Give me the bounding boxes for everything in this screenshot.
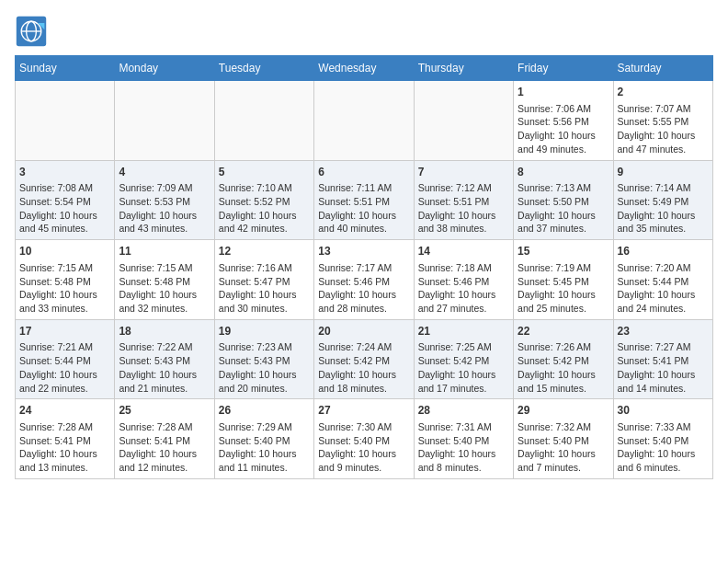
calendar-cell bbox=[314, 81, 414, 161]
day-number: 16 bbox=[618, 244, 709, 259]
calendar-cell: 8Sunrise: 7:13 AM Sunset: 5:50 PM Daylig… bbox=[514, 160, 613, 240]
day-number: 1 bbox=[518, 85, 609, 100]
day-number: 26 bbox=[219, 403, 310, 419]
day-number: 17 bbox=[19, 324, 110, 339]
day-info: Sunrise: 7:12 AM Sunset: 5:51 PM Dayligh… bbox=[418, 181, 509, 236]
day-info: Sunrise: 7:28 AM Sunset: 5:41 PM Dayligh… bbox=[119, 420, 210, 475]
day-number: 3 bbox=[19, 165, 110, 180]
calendar-cell: 30Sunrise: 7:33 AM Sunset: 5:40 PM Dayli… bbox=[613, 399, 712, 479]
day-number: 2 bbox=[618, 85, 709, 100]
calendar-cell: 22Sunrise: 7:26 AM Sunset: 5:42 PM Dayli… bbox=[514, 319, 613, 399]
logo bbox=[15, 15, 51, 48]
calendar-cell: 2Sunrise: 7:07 AM Sunset: 5:55 PM Daylig… bbox=[613, 81, 712, 161]
day-number: 4 bbox=[119, 165, 210, 180]
day-number: 5 bbox=[219, 165, 310, 180]
calendar-cell: 23Sunrise: 7:27 AM Sunset: 5:41 PM Dayli… bbox=[613, 319, 712, 399]
day-number: 29 bbox=[518, 403, 609, 419]
calendar-cell: 1Sunrise: 7:06 AM Sunset: 5:56 PM Daylig… bbox=[514, 81, 613, 161]
day-info: Sunrise: 7:30 AM Sunset: 5:40 PM Dayligh… bbox=[318, 420, 409, 475]
day-number: 24 bbox=[19, 403, 110, 419]
day-info: Sunrise: 7:16 AM Sunset: 5:47 PM Dayligh… bbox=[219, 261, 310, 316]
day-number: 25 bbox=[119, 403, 210, 419]
day-number: 12 bbox=[219, 244, 310, 259]
calendar-cell: 26Sunrise: 7:29 AM Sunset: 5:40 PM Dayli… bbox=[214, 399, 313, 479]
day-info: Sunrise: 7:06 AM Sunset: 5:56 PM Dayligh… bbox=[518, 102, 609, 156]
day-number: 11 bbox=[119, 244, 210, 259]
day-info: Sunrise: 7:32 AM Sunset: 5:40 PM Dayligh… bbox=[518, 420, 609, 475]
calendar-cell: 20Sunrise: 7:24 AM Sunset: 5:42 PM Dayli… bbox=[314, 319, 414, 399]
calendar-cell: 9Sunrise: 7:14 AM Sunset: 5:49 PM Daylig… bbox=[613, 160, 712, 240]
day-number: 27 bbox=[318, 403, 409, 419]
day-number: 7 bbox=[418, 165, 509, 180]
day-info: Sunrise: 7:23 AM Sunset: 5:43 PM Dayligh… bbox=[219, 340, 310, 395]
day-header-thursday: Thursday bbox=[414, 56, 513, 81]
calendar-cell: 15Sunrise: 7:19 AM Sunset: 5:45 PM Dayli… bbox=[514, 240, 613, 320]
calendar-cell: 14Sunrise: 7:18 AM Sunset: 5:46 PM Dayli… bbox=[414, 240, 513, 320]
calendar-cell: 25Sunrise: 7:28 AM Sunset: 5:41 PM Dayli… bbox=[115, 399, 214, 479]
day-info: Sunrise: 7:09 AM Sunset: 5:53 PM Dayligh… bbox=[119, 181, 210, 236]
calendar-week-row: 1Sunrise: 7:06 AM Sunset: 5:56 PM Daylig… bbox=[16, 81, 713, 161]
day-number: 23 bbox=[618, 324, 709, 339]
day-number: 18 bbox=[119, 324, 210, 339]
day-info: Sunrise: 7:11 AM Sunset: 5:51 PM Dayligh… bbox=[318, 181, 409, 236]
calendar-cell bbox=[214, 81, 313, 161]
day-info: Sunrise: 7:26 AM Sunset: 5:42 PM Dayligh… bbox=[518, 340, 609, 395]
day-info: Sunrise: 7:27 AM Sunset: 5:41 PM Dayligh… bbox=[618, 340, 709, 395]
calendar-cell: 16Sunrise: 7:20 AM Sunset: 5:44 PM Dayli… bbox=[613, 240, 712, 320]
day-number: 15 bbox=[518, 244, 609, 259]
calendar-cell: 5Sunrise: 7:10 AM Sunset: 5:52 PM Daylig… bbox=[214, 160, 313, 240]
day-info: Sunrise: 7:08 AM Sunset: 5:54 PM Dayligh… bbox=[19, 181, 110, 236]
day-info: Sunrise: 7:24 AM Sunset: 5:42 PM Dayligh… bbox=[318, 340, 409, 395]
day-number: 10 bbox=[19, 244, 110, 259]
day-info: Sunrise: 7:25 AM Sunset: 5:42 PM Dayligh… bbox=[418, 340, 509, 395]
calendar-cell: 27Sunrise: 7:30 AM Sunset: 5:40 PM Dayli… bbox=[314, 399, 414, 479]
calendar-cell: 4Sunrise: 7:09 AM Sunset: 5:53 PM Daylig… bbox=[115, 160, 214, 240]
day-info: Sunrise: 7:07 AM Sunset: 5:55 PM Dayligh… bbox=[618, 102, 709, 156]
calendar-cell: 10Sunrise: 7:15 AM Sunset: 5:48 PM Dayli… bbox=[16, 240, 115, 320]
day-header-sunday: Sunday bbox=[16, 56, 115, 81]
day-info: Sunrise: 7:19 AM Sunset: 5:45 PM Dayligh… bbox=[518, 261, 609, 316]
calendar-cell: 12Sunrise: 7:16 AM Sunset: 5:47 PM Dayli… bbox=[214, 240, 313, 320]
day-info: Sunrise: 7:21 AM Sunset: 5:44 PM Dayligh… bbox=[19, 340, 110, 395]
calendar-cell: 19Sunrise: 7:23 AM Sunset: 5:43 PM Dayli… bbox=[214, 319, 313, 399]
day-number: 19 bbox=[219, 324, 310, 339]
day-header-wednesday: Wednesday bbox=[314, 56, 414, 81]
day-info: Sunrise: 7:10 AM Sunset: 5:52 PM Dayligh… bbox=[219, 181, 310, 236]
calendar-week-row: 3Sunrise: 7:08 AM Sunset: 5:54 PM Daylig… bbox=[16, 160, 713, 240]
calendar-header-row: SundayMondayTuesdayWednesdayThursdayFrid… bbox=[16, 56, 713, 81]
calendar-cell: 13Sunrise: 7:17 AM Sunset: 5:46 PM Dayli… bbox=[314, 240, 414, 320]
calendar-cell: 21Sunrise: 7:25 AM Sunset: 5:42 PM Dayli… bbox=[414, 319, 513, 399]
day-info: Sunrise: 7:29 AM Sunset: 5:40 PM Dayligh… bbox=[219, 420, 310, 475]
day-number: 9 bbox=[618, 165, 709, 180]
calendar-cell: 29Sunrise: 7:32 AM Sunset: 5:40 PM Dayli… bbox=[514, 399, 613, 479]
page-header bbox=[15, 15, 713, 48]
day-info: Sunrise: 7:28 AM Sunset: 5:41 PM Dayligh… bbox=[19, 420, 110, 475]
day-info: Sunrise: 7:33 AM Sunset: 5:40 PM Dayligh… bbox=[618, 420, 709, 475]
day-number: 6 bbox=[318, 165, 409, 180]
day-info: Sunrise: 7:22 AM Sunset: 5:43 PM Dayligh… bbox=[119, 340, 210, 395]
calendar-week-row: 24Sunrise: 7:28 AM Sunset: 5:41 PM Dayli… bbox=[16, 399, 713, 479]
day-number: 8 bbox=[518, 165, 609, 180]
day-info: Sunrise: 7:14 AM Sunset: 5:49 PM Dayligh… bbox=[618, 181, 709, 236]
day-info: Sunrise: 7:15 AM Sunset: 5:48 PM Dayligh… bbox=[119, 261, 210, 316]
day-number: 22 bbox=[518, 324, 609, 339]
day-number: 20 bbox=[318, 324, 409, 339]
day-info: Sunrise: 7:17 AM Sunset: 5:46 PM Dayligh… bbox=[318, 261, 409, 316]
day-info: Sunrise: 7:15 AM Sunset: 5:48 PM Dayligh… bbox=[19, 261, 110, 316]
calendar-cell: 7Sunrise: 7:12 AM Sunset: 5:51 PM Daylig… bbox=[414, 160, 513, 240]
day-number: 21 bbox=[418, 324, 509, 339]
calendar-week-row: 10Sunrise: 7:15 AM Sunset: 5:48 PM Dayli… bbox=[16, 240, 713, 320]
day-number: 28 bbox=[418, 403, 509, 419]
day-header-tuesday: Tuesday bbox=[214, 56, 313, 81]
calendar-cell: 17Sunrise: 7:21 AM Sunset: 5:44 PM Dayli… bbox=[16, 319, 115, 399]
day-info: Sunrise: 7:18 AM Sunset: 5:46 PM Dayligh… bbox=[418, 261, 509, 316]
calendar-cell bbox=[115, 81, 214, 161]
day-header-saturday: Saturday bbox=[613, 56, 712, 81]
day-number: 14 bbox=[418, 244, 509, 259]
calendar-cell: 24Sunrise: 7:28 AM Sunset: 5:41 PM Dayli… bbox=[16, 399, 115, 479]
calendar-cell: 6Sunrise: 7:11 AM Sunset: 5:51 PM Daylig… bbox=[314, 160, 414, 240]
day-header-friday: Friday bbox=[514, 56, 613, 81]
calendar-cell: 18Sunrise: 7:22 AM Sunset: 5:43 PM Dayli… bbox=[115, 319, 214, 399]
day-info: Sunrise: 7:31 AM Sunset: 5:40 PM Dayligh… bbox=[418, 420, 509, 475]
day-header-monday: Monday bbox=[115, 56, 214, 81]
